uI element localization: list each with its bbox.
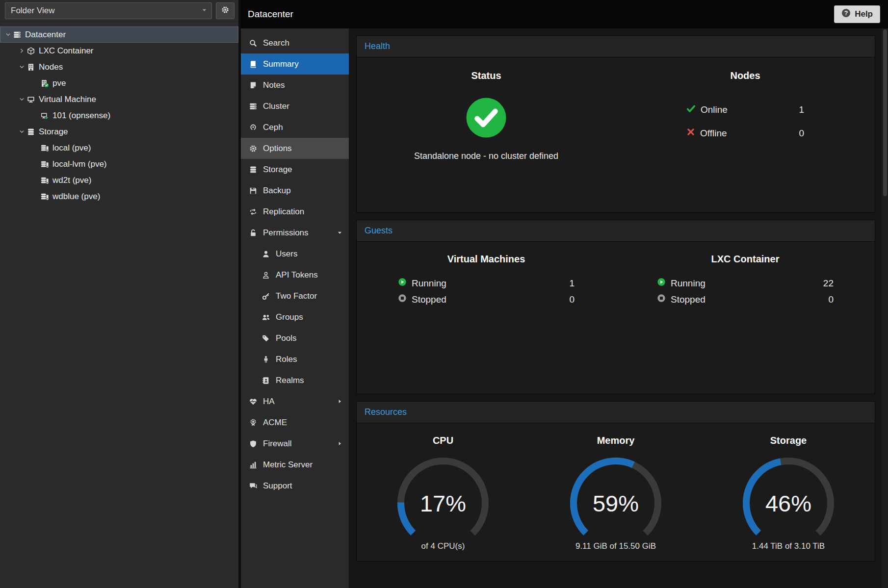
tree-item-label: wd2t (pve) (52, 176, 91, 185)
caret-down-icon[interactable] (19, 96, 27, 102)
guest-status-row-stopped: Stopped0 (657, 294, 834, 305)
menu-item-api-tokens[interactable]: API Tokens (241, 264, 349, 285)
tags-icon (261, 334, 270, 342)
resources-panel-title: Resources (357, 402, 875, 423)
cube-icon (27, 47, 35, 55)
resources-panel: Resources CPU17%of 4 CPU(s)Memory59%9.11… (356, 401, 875, 562)
node-status-label: Offline (700, 128, 727, 139)
menu-item-roles[interactable]: Roles (241, 349, 349, 370)
tree-toolbar: Folder View (0, 0, 238, 22)
resource-tree-panel: Folder View DatacenterLXC ContainerNodes… (0, 0, 238, 588)
database-icon (27, 128, 35, 136)
right-region: Datacenter ? Help SearchSummaryNotesClus… (241, 0, 888, 588)
menu-item-search[interactable]: Search (241, 32, 349, 53)
svg-text:?: ? (844, 10, 848, 17)
tree-item-wd2t-pve[interactable]: wd2t (pve) (0, 172, 238, 188)
menu-item-replication[interactable]: Replication (241, 201, 349, 222)
guests-panel-title: Guests (357, 220, 875, 242)
tree-item-lxc-container[interactable]: LXC Container (0, 43, 238, 59)
tree-item-wdblue-pve[interactable]: wdblue (pve) (0, 188, 238, 205)
tree-item-label: local (pve) (52, 143, 91, 153)
menu-item-label: Support (263, 481, 292, 491)
guest-status-value: 1 (569, 278, 575, 289)
status-title: Status (471, 70, 501, 81)
menu-item-storage[interactable]: Storage (241, 159, 349, 180)
menu-item-pools[interactable]: Pools (241, 328, 349, 349)
node-status-value: 0 (799, 128, 804, 139)
guest-column-title: Virtual Machines (447, 254, 525, 265)
floppy-icon (249, 187, 258, 195)
menu-item-label: Search (263, 38, 289, 48)
scrollbar-thumb[interactable] (883, 29, 887, 196)
tree-item-datacenter[interactable]: Datacenter (0, 26, 238, 43)
virtual-machines-column: Virtual MachinesRunning1Stopped0 (357, 254, 616, 394)
nodes-title: Nodes (730, 70, 760, 81)
help-button-label: Help (855, 9, 873, 19)
status-column: Status Standalone node - no cluster defi… (357, 70, 616, 212)
caret-down-icon[interactable] (19, 64, 27, 70)
tree-settings-button[interactable] (216, 2, 235, 19)
menu-item-label: Roles (276, 355, 297, 364)
menu-item-acme[interactable]: ACME (241, 412, 349, 433)
tree-item-storage[interactable]: Storage (0, 124, 238, 140)
tree-item-label: wdblue (pve) (52, 192, 100, 202)
node-status-label: Online (701, 104, 728, 115)
guest-status-list: Running1Stopped0 (398, 278, 575, 305)
nodes-column: Nodes Online1Offline0 (616, 70, 875, 212)
person-icon (261, 356, 270, 363)
menu-item-label: API Tokens (276, 270, 318, 280)
menu-item-backup[interactable]: Backup (241, 180, 349, 201)
menu-item-support[interactable]: Support (241, 475, 349, 496)
menu-item-label: Options (263, 144, 292, 153)
guest-column-title: LXC Container (711, 254, 780, 265)
stop-icon (657, 294, 666, 305)
play-icon (657, 278, 666, 289)
menu-item-metric-server[interactable]: Metric Server (241, 454, 349, 475)
menu-item-users[interactable]: Users (241, 243, 349, 264)
caret-down-icon[interactable] (19, 128, 27, 135)
storage-drive-icon (41, 177, 49, 184)
gauge-percent: 46% (765, 490, 811, 516)
tree-item-label: 101 (opnsense) (52, 111, 110, 121)
summary-content: Health Status Standalone node - no clust… (349, 28, 888, 588)
tree-item-virtual-machine[interactable]: Virtual Machine (0, 91, 238, 107)
menu-item-realms[interactable]: Realms (241, 370, 349, 391)
menu-item-options[interactable]: Options (241, 138, 349, 159)
node-status-value: 1 (799, 104, 804, 115)
tree-item-label: Virtual Machine (39, 95, 96, 104)
guest-status-label: Stopped (671, 294, 705, 305)
tree-item-nodes[interactable]: Nodes (0, 59, 238, 75)
unlock-icon (249, 229, 258, 237)
menu-item-summary[interactable]: Summary (241, 53, 349, 75)
gauge-title: Storage (770, 435, 807, 446)
tree-item-label: Nodes (39, 62, 63, 72)
menu-item-ha[interactable]: HA (241, 391, 349, 412)
tree-item-label: Storage (39, 127, 68, 137)
tree-item-101-opnsense[interactable]: 101 (opnsense) (0, 107, 238, 124)
guest-status-value: 0 (569, 294, 575, 305)
scrollbar[interactable] (882, 28, 888, 588)
menu-item-firewall[interactable]: Firewall (241, 433, 349, 454)
caret-right-icon[interactable] (19, 48, 27, 54)
menu-item-notes[interactable]: Notes (241, 75, 349, 96)
tree-item-local-pve[interactable]: local (pve) (0, 140, 238, 156)
storage-drive-icon (41, 144, 49, 152)
ceph-icon (249, 124, 258, 131)
node-status-row-online: Online1 (686, 104, 804, 116)
view-mode-select[interactable]: Folder View (5, 2, 212, 19)
guest-status-label: Running (671, 278, 705, 289)
comments-icon (249, 482, 258, 490)
memory-gauge: Memory59%9.11 GiB of 15.50 GiB (529, 435, 702, 551)
menu-item-label: Realms (276, 376, 304, 385)
menu-item-permissions[interactable]: Permissions (241, 222, 349, 243)
menu-item-groups[interactable]: Groups (241, 307, 349, 328)
vm-running-icon (41, 112, 49, 120)
menu-item-ceph[interactable]: Ceph (241, 117, 349, 138)
help-button[interactable]: ? Help (834, 5, 880, 23)
menu-item-cluster[interactable]: Cluster (241, 96, 349, 117)
tree-item-local-lvm-pve[interactable]: local-lvm (pve) (0, 156, 238, 172)
menu-item-two-factor[interactable]: Two Factor (241, 285, 349, 307)
menu-item-label: Replication (263, 207, 304, 217)
caret-down-icon[interactable] (5, 31, 13, 38)
tree-item-pve[interactable]: pve (0, 75, 238, 91)
